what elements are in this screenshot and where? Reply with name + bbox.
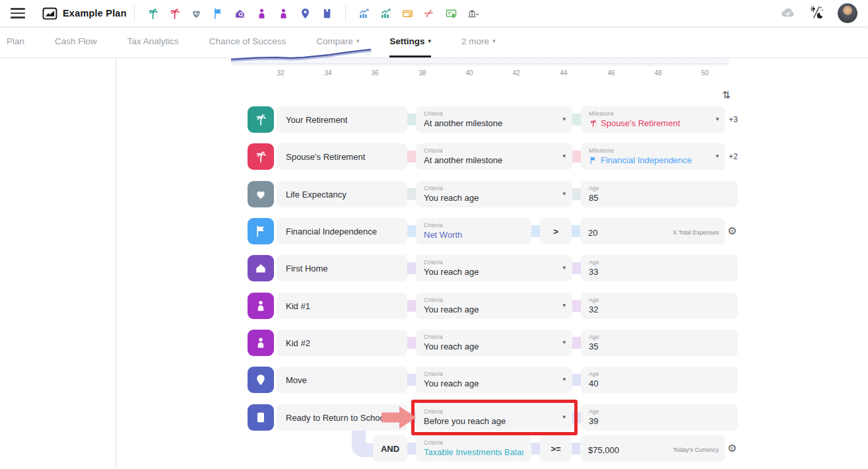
row-kid-2: Kid #2 Criteria You reach age ▾ Age 35 <box>248 330 756 356</box>
chart-x-axis: 32 34 36 38 40 42 44 46 48 50 <box>231 69 729 79</box>
criteria-dropdown[interactable]: Criteria At another milestone ▾ <box>416 143 572 170</box>
row-first-home: First Home Criteria You reach age ▾ Age … <box>248 255 756 281</box>
connector <box>572 114 581 126</box>
x-tick: 44 <box>560 69 567 77</box>
person-icon[interactable] <box>251 3 273 24</box>
map-pin-icon[interactable] <box>294 3 316 24</box>
person-icon <box>248 293 274 319</box>
criteria-dropdown-highlighted[interactable]: Criteria Before you reach age ▾ <box>416 404 572 431</box>
chevron-down-icon: ▾ <box>356 38 360 44</box>
age-input[interactable]: Age 33 <box>581 255 738 281</box>
connector <box>407 262 416 274</box>
criteria-dropdown[interactable]: Criteria You reach age ▾ <box>416 330 572 356</box>
tab-2-more[interactable]: 2 more▾ <box>461 26 496 57</box>
linked-milestone-dropdown[interactable]: Milestone Spouse's Retirement ▾ <box>581 106 725 133</box>
connector <box>572 262 581 274</box>
connector <box>407 151 416 162</box>
row-and-condition: AND Criteria Taxable Investments Balan..… <box>248 435 756 462</box>
chevron-down-icon: ▾ <box>562 339 566 345</box>
criteria-dropdown[interactable]: Criteria You reach age ▾ <box>416 181 572 207</box>
connector <box>572 443 580 454</box>
connector <box>572 225 580 237</box>
chevron-down-icon: ▾ <box>428 38 432 44</box>
age-input[interactable]: Age 32 <box>581 293 738 319</box>
milestone-name-field[interactable]: Financial Independence <box>277 218 407 244</box>
chevron-down-icon: ▾ <box>562 414 566 420</box>
tab-cash-flow[interactable]: Cash Flow <box>55 26 97 57</box>
plan-chart-logo-icon <box>42 7 57 20</box>
connector <box>572 188 581 200</box>
linked-milestone-dropdown[interactable]: Milestone Financial Independence ▾ <box>581 143 725 170</box>
criteria-link[interactable]: Criteria Net Worth <box>416 218 531 244</box>
criteria-dropdown[interactable]: Criteria You reach age ▾ <box>416 367 572 393</box>
hamburger-menu-icon[interactable] <box>11 8 25 18</box>
connector <box>407 300 416 312</box>
flag-icon[interactable] <box>207 3 229 24</box>
divider <box>116 58 116 468</box>
milestone-name-field[interactable]: Your Retirement <box>277 106 407 133</box>
tab-plan[interactable]: Plan <box>7 26 24 57</box>
age-input[interactable]: Age 35 <box>581 330 738 356</box>
operator-dropdown[interactable]: > <box>540 218 572 244</box>
row-ready-to-return-to-school: Ready to Return to School Criteria Befor… <box>248 404 756 431</box>
tab-chance-of-success[interactable]: Chance of Success <box>209 26 286 57</box>
chevron-down-icon: ▾ <box>562 153 566 159</box>
row-spouse-retirement: Spouse's Retirement Criteria At another … <box>248 143 756 170</box>
home-search-icon[interactable] <box>229 3 251 24</box>
milestone-name-field[interactable]: Spouse's Retirement <box>277 143 407 170</box>
book-icon[interactable] <box>316 3 338 24</box>
criteria-dropdown[interactable]: Criteria You reach age ▾ <box>416 255 572 281</box>
criteria-dropdown[interactable]: Criteria You reach age ▾ <box>416 293 572 319</box>
connector <box>407 225 416 237</box>
x-tick: 50 <box>701 69 708 77</box>
and-connector[interactable]: AND <box>373 435 407 462</box>
tab-compare[interactable]: Compare▾ <box>316 26 359 57</box>
cloud-saved-icon <box>780 5 796 21</box>
palm-tree-red-icon[interactable] <box>164 3 185 24</box>
operator-dropdown[interactable]: >= <box>540 435 572 462</box>
criteria-dropdown[interactable]: Criteria At another milestone ▾ <box>416 106 572 133</box>
divider <box>134 5 135 22</box>
value-unit: Today's Currency <box>673 447 719 453</box>
theme-toggle-icon[interactable] <box>810 5 824 22</box>
milestone-name-field[interactable]: Move <box>277 367 407 393</box>
value-input[interactable]: $75,000 Today's Currency <box>580 435 725 462</box>
flag-icon <box>589 156 597 164</box>
map-pin-icon <box>248 367 274 393</box>
chart-growth-teal-icon[interactable] <box>375 3 397 24</box>
row-move: Move Criteria You reach age ▾ Age 40 <box>248 367 756 393</box>
chevron-down-icon: ▾ <box>492 38 496 44</box>
chart-growth-blue-icon[interactable] <box>353 3 375 24</box>
gear-icon[interactable]: ⚙ <box>727 442 737 454</box>
timeline-chart-clipped <box>231 57 729 66</box>
connector <box>531 225 540 237</box>
palm-tree-teal-icon[interactable] <box>142 3 164 24</box>
milestone-name-field[interactable]: Kid #1 <box>277 293 407 319</box>
x-tick: 32 <box>277 69 284 77</box>
tab-tax-analytics[interactable]: Tax Analytics <box>127 26 179 57</box>
value-input[interactable]: 20 X Total Expenses <box>580 218 725 244</box>
card-cancel-icon[interactable] <box>397 3 418 24</box>
milestone-name-field[interactable]: Kid #2 <box>277 330 407 356</box>
age-input[interactable]: Age 85 <box>581 181 738 207</box>
heart-pulse-icon <box>248 181 274 207</box>
row-life-expectancy: Life Expectancy Criteria You reach age ▾… <box>248 181 756 207</box>
user-avatar[interactable] <box>838 3 857 23</box>
age-input[interactable]: Age 40 <box>581 367 738 393</box>
milestone-name-field[interactable]: First Home <box>277 255 407 281</box>
heart-pulse-icon[interactable] <box>185 3 207 24</box>
x-tick: 42 <box>512 69 519 77</box>
person-icon[interactable] <box>273 3 294 24</box>
sort-icon[interactable]: ⇅ <box>722 89 731 101</box>
connector <box>407 114 416 126</box>
scissors-icon[interactable]: ✂ <box>418 3 440 24</box>
x-tick: 34 <box>324 69 331 77</box>
criteria-link[interactable]: Criteria Taxable Investments Balan... <box>416 435 531 462</box>
gear-icon[interactable]: ⚙ <box>727 225 737 237</box>
bank-transfer-icon[interactable] <box>462 3 484 24</box>
milestone-name-field[interactable]: Life Expectancy <box>277 181 407 207</box>
value-unit: X Total Expenses <box>673 229 719 236</box>
age-input[interactable]: Age 39 <box>581 404 738 431</box>
tab-settings[interactable]: Settings▾ <box>389 26 431 57</box>
certificate-icon[interactable] <box>440 3 462 24</box>
